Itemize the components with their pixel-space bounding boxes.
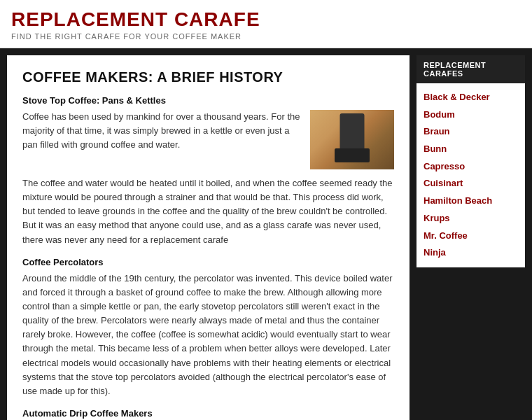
sidebar-link[interactable]: Mr. Coffee	[424, 227, 518, 245]
content-area: COFFEE MAKERS: A BRIEF HISTORY Stove Top…	[0, 48, 532, 420]
stove-para-1: Coffee has been used by mankind for over…	[22, 110, 300, 152]
section-heading-auto-drip: Automatic Drip Coffee Makers	[22, 408, 394, 419]
section-auto-drip: Automatic Drip Coffee Makers In the earl…	[22, 408, 394, 420]
section-percolators: Coffee Percolators Around the middle of …	[22, 257, 394, 398]
article-intro: Coffee has been used by mankind for over…	[22, 110, 394, 169]
stove-para-2: The coffee and water would be heated unt…	[22, 176, 394, 247]
sidebar-link[interactable]: Ninja	[424, 244, 518, 262]
page-title: COFFEE MAKERS: A BRIEF HISTORY	[22, 69, 394, 85]
sidebar-link[interactable]: Cuisinart	[424, 175, 518, 192]
section-heading-stove: Stove Top Coffee: Pans & Kettles	[22, 95, 394, 106]
section-stove-top: Stove Top Coffee: Pans & Kettles Coffee …	[22, 95, 394, 247]
sidebar-header: REPLACEMENT CARAFES	[416, 55, 525, 83]
article-text-stove: Coffee has been used by mankind for over…	[22, 110, 300, 169]
sidebar-link[interactable]: Capresso	[424, 158, 518, 176]
main-content: COFFEE MAKERS: A BRIEF HISTORY Stove Top…	[7, 55, 410, 420]
sidebar-link[interactable]: Black & Decker	[424, 89, 518, 106]
sidebar-link[interactable]: Krups	[424, 210, 518, 227]
site-subtitle: FIND THE RIGHT CARAFE FOR YOUR COFFEE MA…	[11, 32, 521, 41]
site-header: REPLACEMENT CARAFE FIND THE RIGHT CARAFE…	[0, 0, 532, 48]
sidebar-link[interactable]: Braun	[424, 123, 518, 141]
coffee-maker-photo	[310, 110, 394, 169]
sidebar: REPLACEMENT CARAFES Black & DeckerBodumB…	[416, 55, 525, 420]
site-title: REPLACEMENT CARAFE	[11, 8, 521, 31]
sidebar-link[interactable]: Bodum	[424, 106, 518, 124]
sidebar-link[interactable]: Hamilton Beach	[424, 192, 518, 210]
sidebar-links-container: Black & DeckerBodumBraunBunnCapressoCuis…	[416, 83, 525, 267]
section-heading-percolators: Coffee Percolators	[22, 257, 394, 267]
article-image-stove	[310, 110, 394, 169]
sidebar-link[interactable]: Bunn	[424, 141, 518, 158]
percolator-para-1: Around the middle of the 19th century, t…	[22, 272, 394, 398]
